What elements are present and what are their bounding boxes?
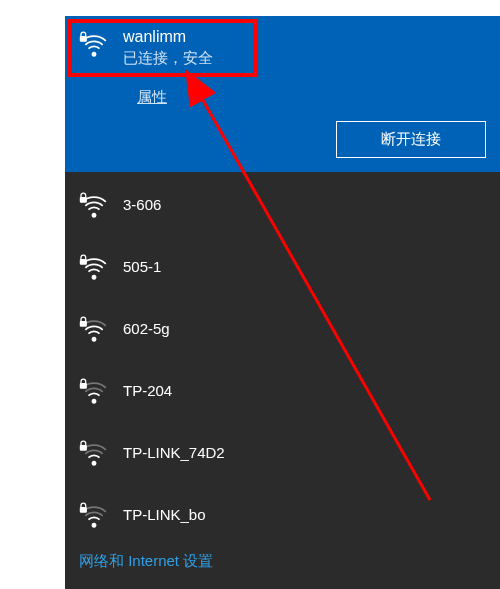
disconnect-button[interactable]: 断开连接 — [336, 121, 486, 158]
connected-network-text: wanlimm 已连接，安全 — [123, 26, 213, 68]
wifi-flyout-panel: wanlimm 已连接，安全 属性 断开连接 3-606 505-1 602-5… — [65, 16, 500, 589]
wifi-secured-icon — [79, 190, 109, 220]
network-item[interactable]: 505-1 — [65, 236, 500, 298]
wifi-secured-icon — [79, 29, 109, 59]
network-settings-link[interactable]: 网络和 Internet 设置 — [65, 546, 500, 581]
connected-network-header: wanlimm 已连接，安全 — [79, 26, 486, 68]
network-ssid: 3-606 — [123, 196, 161, 213]
connected-network-ssid: wanlimm — [123, 26, 213, 48]
available-networks-list: 3-606 505-1 602-5g TP-204 TP-LINK_74D2 T… — [65, 172, 500, 546]
wifi-secured-icon — [79, 376, 109, 406]
network-item[interactable]: TP-204 — [65, 360, 500, 422]
wifi-secured-icon — [79, 438, 109, 468]
connected-network-section[interactable]: wanlimm 已连接，安全 属性 断开连接 — [65, 16, 500, 172]
properties-link[interactable]: 属性 — [137, 88, 167, 107]
network-item[interactable]: 602-5g — [65, 298, 500, 360]
network-item[interactable]: 3-606 — [65, 174, 500, 236]
connected-network-status: 已连接，安全 — [123, 48, 213, 68]
network-item[interactable]: TP-LINK_bo — [65, 484, 500, 546]
network-ssid: TP-LINK_74D2 — [123, 444, 225, 461]
network-ssid: 505-1 — [123, 258, 161, 275]
wifi-secured-icon — [79, 314, 109, 344]
wifi-secured-icon — [79, 500, 109, 530]
network-ssid: TP-LINK_bo — [123, 506, 206, 523]
wifi-secured-icon — [79, 252, 109, 282]
network-item[interactable]: TP-LINK_74D2 — [65, 422, 500, 484]
network-ssid: TP-204 — [123, 382, 172, 399]
disconnect-row: 断开连接 — [79, 121, 486, 158]
network-ssid: 602-5g — [123, 320, 170, 337]
